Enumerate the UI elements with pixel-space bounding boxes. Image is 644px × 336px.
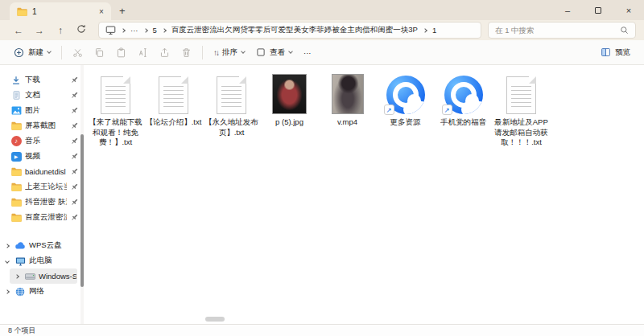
chevron-right-icon[interactable] — [3, 244, 11, 248]
toolbar-divider — [202, 46, 203, 59]
sidebar-item-folder[interactable]: 上老王论坛当 — [0, 179, 80, 195]
text-file-icon — [506, 76, 536, 114]
forward-button[interactable]: → — [29, 25, 50, 36]
chevron-down-icon[interactable] — [3, 260, 11, 263]
file-tile[interactable]: p (5).jpg — [261, 72, 318, 128]
sidebar-item-videos[interactable]: ▶ 视频 — [0, 149, 80, 164]
paste-button[interactable] — [110, 43, 132, 62]
horizontal-scrollbar-thumb[interactable] — [205, 317, 225, 322]
text-file-icon — [159, 76, 188, 114]
sidebar-item-label: 上老王论坛当 — [25, 182, 67, 192]
rename-button[interactable] — [132, 43, 154, 62]
network-icon — [14, 286, 26, 297]
file-tile[interactable]: 最新地址及APP 请发邮箱自动获 取！！！.txt — [493, 72, 550, 148]
sidebar-item-label: 此电脑 — [29, 256, 80, 266]
sidebar-item-screenshots[interactable]: 屏幕截图 — [0, 118, 80, 133]
copy-icon — [94, 47, 105, 58]
tab-close-button[interactable]: × — [96, 6, 107, 17]
sort-button-label: 排序 — [222, 47, 237, 58]
file-tile[interactable]: 【来了就能下载 和观看！纯免 费！】.txt — [87, 72, 144, 148]
pin-icon — [70, 76, 79, 84]
chevron-right-icon — [143, 28, 148, 33]
folder-icon — [10, 166, 22, 178]
shortcut-arrow-icon: ↗ — [384, 104, 394, 115]
pin-icon — [70, 137, 79, 145]
share-icon — [159, 47, 170, 58]
back-button[interactable]: ← — [8, 25, 29, 36]
sidebar-item-music[interactable]: ♪ 音乐 — [0, 133, 80, 149]
explorer-tab[interactable]: 1 × — [10, 2, 111, 20]
sort-button[interactable]: ↑↓ 排序 — [208, 43, 250, 62]
view-button[interactable]: 查看 — [250, 43, 298, 62]
chevron-down-icon — [288, 49, 293, 54]
sidebar-item-folder[interactable]: 百度云泄密流 — [0, 210, 80, 225]
sidebar-item-label: 网络 — [29, 286, 80, 297]
computer-icon — [14, 256, 26, 267]
address-bar[interactable]: ··· 5 百度云泄密流出欠网贷零零后可爱型美女李菲婷被金主肉偿和闺蜜一块3P … — [98, 22, 481, 39]
breadcrumb-item[interactable]: 5 — [153, 26, 157, 35]
preview-button[interactable]: 预览 — [595, 43, 636, 62]
delete-button[interactable] — [175, 43, 197, 62]
refresh-button[interactable] — [71, 24, 92, 36]
sidebar-item-wps-cloud[interactable]: WPS云盘 — [0, 238, 80, 253]
refresh-icon — [76, 24, 86, 34]
search-icon — [620, 26, 629, 35]
image-thumbnail — [272, 74, 307, 114]
sort-icon: ↑↓ — [213, 48, 218, 57]
folder-icon — [10, 121, 22, 132]
file-grid: 【来了就能下载 和观看！纯免 费！】.txt 【论坛介绍】.txt 【永久地址发… — [87, 72, 644, 148]
sidebar-item-documents[interactable]: 文档 — [0, 88, 80, 103]
text-file-icon — [101, 76, 130, 114]
sidebar-item-label: 图片 — [25, 105, 67, 116]
new-button[interactable]: 新建 — [8, 43, 56, 62]
chevron-down-icon — [241, 49, 246, 54]
new-tab-button[interactable]: + — [119, 2, 126, 20]
search-box[interactable] — [488, 22, 636, 39]
file-tile[interactable]: ↗ 更多资源 — [377, 72, 434, 128]
search-input[interactable] — [495, 26, 620, 35]
up-button[interactable]: ↑ — [50, 25, 71, 36]
file-tile[interactable]: v.mp4 — [319, 72, 376, 128]
file-tile[interactable]: ↗ 手机党的福音 — [435, 72, 492, 128]
cut-icon — [72, 47, 83, 58]
chevron-right-icon[interactable] — [3, 290, 11, 293]
breadcrumb-item[interactable]: 百度云泄密流出欠网贷零零后可爱型美女李菲婷被金主肉偿和闺蜜一块3P — [171, 25, 418, 35]
sidebar-item-pictures[interactable]: 图片 — [0, 103, 80, 118]
more-options-button[interactable]: ··· — [298, 43, 317, 62]
breadcrumb-overflow[interactable]: ··· — [130, 26, 138, 35]
share-button[interactable] — [154, 43, 175, 62]
sidebar-item-folder[interactable]: baidunetdisl — [0, 164, 80, 179]
pin-icon — [70, 198, 79, 207]
tab-bar: 1 × + – × — [0, 0, 644, 20]
pictures-icon — [10, 105, 22, 117]
folder-icon — [10, 182, 22, 193]
file-tile[interactable]: 【永久地址发布 页】.txt — [203, 72, 260, 137]
navigation-bar: ← → ↑ ··· 5 百度云泄密流出欠网贷零零后可爱型美女李菲婷被金主肉偿和闺… — [0, 20, 644, 40]
pin-icon — [70, 213, 79, 222]
sidebar-item-downloads[interactable]: 下载 — [0, 72, 80, 88]
sidebar-item-windows-ssd[interactable]: Windows-SSD — [10, 268, 77, 284]
maximize-button[interactable] — [583, 0, 613, 20]
sidebar-item-this-pc[interactable]: 此电脑 — [0, 253, 80, 268]
sidebar-item-label: 百度云泄密流 — [25, 212, 67, 223]
file-tile[interactable]: 【论坛介绍】.txt — [145, 72, 202, 128]
chevron-right-icon[interactable] — [13, 275, 21, 278]
text-file-icon — [217, 76, 246, 114]
view-icon — [256, 47, 266, 57]
file-name: 最新地址及APP 请发邮箱自动获 取！！！.txt — [487, 117, 556, 148]
status-bar: 8 个项目 — [0, 324, 644, 336]
command-toolbar: 新建 ↑↓ 排序 查看 · — [0, 40, 644, 65]
sidebar-item-label: 音乐 — [25, 136, 67, 146]
breadcrumb-item-current[interactable]: 1 — [432, 26, 436, 35]
cut-button[interactable] — [67, 43, 89, 62]
minimize-button[interactable]: – — [552, 0, 583, 20]
close-button[interactable]: × — [613, 0, 644, 20]
folder-icon — [17, 7, 27, 16]
sidebar-item-label: Windows-SSD — [39, 272, 76, 281]
sidebar-item-network[interactable]: 网络 — [0, 284, 80, 299]
copy-button[interactable] — [89, 43, 110, 62]
sidebar-item-folder[interactable]: 抖音泄密 肤迅 — [0, 195, 80, 210]
file-list-area[interactable]: 【来了就能下载 和观看！纯免 费！】.txt 【论坛介绍】.txt 【永久地址发… — [80, 65, 644, 324]
sidebar-item-label: 下载 — [25, 75, 67, 85]
item-count: 8 个项目 — [8, 326, 36, 336]
